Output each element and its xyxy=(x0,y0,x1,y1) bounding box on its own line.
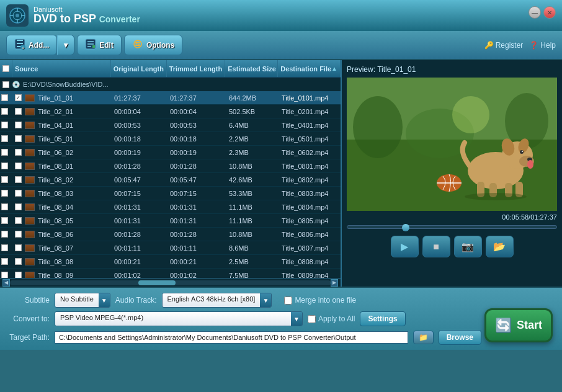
row-outer-cb[interactable] xyxy=(1,122,8,128)
row-outer-cb[interactable] xyxy=(1,244,8,251)
file-row[interactable]: Title_08_07 00:01:11 00:01:11 8.6MB Titl… xyxy=(0,241,341,255)
row-checkbox[interactable] xyxy=(15,217,22,224)
seek-bar[interactable] xyxy=(347,225,557,229)
folder-open-icon: 📂 xyxy=(493,241,506,252)
start-button[interactable]: 🔄 Start xyxy=(484,308,553,342)
file-row[interactable]: Title_05_01 00:00:18 00:00:18 2.2MB Titl… xyxy=(0,132,341,146)
file-row[interactable]: Title_08_04 00:01:31 00:01:31 11.1MB Tit… xyxy=(0,200,341,214)
row-checkbox[interactable]: ✓ xyxy=(15,94,22,101)
add-dropdown-button[interactable]: ▼ xyxy=(57,35,74,55)
folder-button[interactable]: 📂 xyxy=(486,236,514,257)
select-all-checkbox[interactable] xyxy=(2,65,9,72)
convert-value: PSP Video MPEG-4(*.mp4) xyxy=(55,312,291,326)
target-path-label: Target Path: xyxy=(6,333,50,342)
row-outer-cb[interactable] xyxy=(1,176,8,183)
row-original: 00:07:15 xyxy=(112,187,167,200)
row-outer-cb[interactable] xyxy=(1,231,8,238)
bottom-section: Subtitle No Subtitle ▼ Audio Track: Engl… xyxy=(0,287,562,350)
row-checkbox[interactable] xyxy=(15,244,22,251)
row-outer-cb[interactable] xyxy=(1,203,8,210)
row-outer-cb[interactable] xyxy=(1,272,8,278)
browse-button[interactable]: Browse xyxy=(439,330,481,345)
file-thumbnail xyxy=(25,135,35,143)
row-checkbox[interactable] xyxy=(15,149,22,156)
file-row[interactable]: Title_08_06 00:01:28 00:01:28 10.8MB Tit… xyxy=(0,228,341,241)
row-checkbox[interactable] xyxy=(15,203,22,210)
edit-button[interactable]: Edit xyxy=(77,35,122,55)
row-checkbox[interactable] xyxy=(15,163,22,169)
row-checkbox[interactable] xyxy=(15,108,22,115)
row-outer-cb[interactable] xyxy=(1,94,8,101)
snapshot-button[interactable]: 📷 xyxy=(454,236,482,257)
file-row[interactable]: Title_04_01 00:00:53 00:00:53 6.4MB Titl… xyxy=(0,118,341,132)
row-original: 00:01:31 xyxy=(112,214,167,227)
scroll-left-button[interactable]: ◀ xyxy=(2,279,10,287)
file-thumbnail xyxy=(25,190,35,197)
audio-track-select-wrapper[interactable]: English AC3 48kHz 6ch [x80] ▼ xyxy=(162,293,272,308)
file-row[interactable]: Title_08_03 00:07:15 00:07:15 53.3MB Tit… xyxy=(0,187,341,200)
row-checkbox[interactable] xyxy=(15,272,22,278)
row-checkbox[interactable] xyxy=(15,190,22,197)
row-checkbox[interactable] xyxy=(15,135,22,142)
file-row[interactable]: Title_08_05 00:01:31 00:01:31 11.1MB Tit… xyxy=(0,214,341,228)
horizontal-scrollbar[interactable]: ◀ ▶ xyxy=(0,278,341,287)
row-source: Title_08_01 xyxy=(12,159,112,172)
row-checkbox[interactable] xyxy=(15,258,22,265)
browse-folder-button[interactable]: 📁 xyxy=(413,331,434,344)
folder-checkbox[interactable] xyxy=(2,81,9,88)
file-row[interactable]: Title_06_02 00:00:19 00:00:19 2.3MB Titl… xyxy=(0,146,341,159)
file-name: Title_08_03 xyxy=(38,190,73,197)
row-checkbox[interactable] xyxy=(15,122,22,128)
file-name: Title_08_09 xyxy=(38,272,73,278)
merge-checkbox[interactable] xyxy=(284,296,292,305)
minimize-button[interactable]: — xyxy=(529,6,541,19)
row-outer-checkbox xyxy=(0,118,12,131)
row-outer-cb[interactable] xyxy=(1,149,8,156)
row-size: 2.5MB xyxy=(226,255,279,268)
row-outer-cb[interactable] xyxy=(1,163,8,169)
apply-label: Apply to All xyxy=(318,314,355,323)
register-link[interactable]: 🔑 Register xyxy=(484,41,524,50)
row-outer-cb[interactable] xyxy=(1,135,8,142)
file-name: Title_02_01 xyxy=(38,108,73,115)
row-original: 00:01:11 xyxy=(112,241,167,254)
subtitle-dropdown-arrow[interactable]: ▼ xyxy=(99,293,110,307)
row-outer-cb[interactable] xyxy=(1,258,8,265)
play-button[interactable]: ▶ xyxy=(391,236,419,257)
help-link[interactable]: ❓ Help xyxy=(529,41,556,50)
file-row[interactable]: Title_08_08 00:00:21 00:00:21 2.5MB Titl… xyxy=(0,255,341,269)
convert-select-wrapper[interactable]: PSP Video MPEG-4(*.mp4) ▼ xyxy=(55,311,303,326)
file-list-body[interactable]: 💿 E:\DVD\SnowBuddies\VID... ✓ Title_01_0… xyxy=(0,78,341,278)
row-outer-cb[interactable] xyxy=(1,108,8,115)
row-outer-cb[interactable] xyxy=(1,190,8,197)
row-outer-checkbox xyxy=(0,187,12,200)
row-source: Title_08_08 xyxy=(12,255,112,268)
scroll-right-button[interactable]: ▶ xyxy=(331,279,338,287)
file-row[interactable]: Title_08_09 00:01:02 00:01:02 7.5MB Titl… xyxy=(0,269,341,278)
row-outer-cb[interactable] xyxy=(1,217,8,224)
add-button[interactable]: + Add... xyxy=(6,35,57,55)
row-dest: Title_0806.mp4 xyxy=(279,228,341,241)
close-button[interactable]: ✕ xyxy=(543,6,556,19)
logo-icon xyxy=(6,4,29,27)
scroll-thumb[interactable] xyxy=(138,280,176,285)
row-checkbox[interactable] xyxy=(15,176,22,183)
file-name: Title_08_01 xyxy=(38,163,73,170)
file-row[interactable]: Title_08_02 00:05:47 00:05:47 42.6MB Tit… xyxy=(0,173,341,187)
stop-button[interactable]: ■ xyxy=(422,236,450,257)
file-row[interactable]: ✓ Title_01_01 01:27:37 01:27:37 644.2MB … xyxy=(0,91,341,105)
apply-checkbox[interactable] xyxy=(308,315,316,323)
settings-button[interactable]: Settings xyxy=(360,311,405,326)
row-trimmed: 00:01:02 xyxy=(167,269,226,278)
file-row[interactable]: Title_02_01 00:00:04 00:00:04 502.5KB Ti… xyxy=(0,105,341,118)
seek-thumb[interactable] xyxy=(402,224,409,231)
subtitle-select-wrapper[interactable]: No Subtitle ▼ xyxy=(55,293,110,308)
file-row[interactable]: Title_08_01 00:01:28 00:01:28 10.8MB Tit… xyxy=(0,159,341,173)
options-button[interactable]: Options xyxy=(124,35,182,55)
row-checkbox[interactable] xyxy=(15,231,22,238)
row-dest: Title_0101.mp4 xyxy=(279,91,341,104)
audio-dropdown-arrow[interactable]: ▼ xyxy=(260,293,271,307)
convert-dropdown-arrow[interactable]: ▼ xyxy=(291,312,302,326)
start-icon: 🔄 xyxy=(495,318,512,334)
row-size: 42.6MB xyxy=(226,173,279,186)
